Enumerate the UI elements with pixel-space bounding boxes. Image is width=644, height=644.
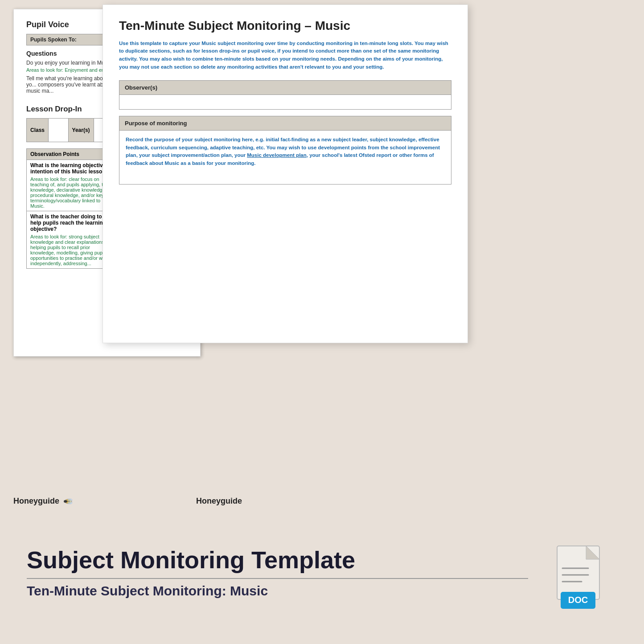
logos-row: Honeyguide Honeyguide [0,496,644,506]
logo-right-text: Honeyguide [196,496,242,506]
banner-main-title: Subject Monitoring Template [27,547,528,573]
banner-divider [27,578,528,579]
obs-q1: What is the learning objective / intenti… [30,162,111,175]
years-header: Year(s) [68,119,94,142]
obs-q1-areas: Areas to look for: clear focus on teachi… [30,176,111,209]
observers-header: Observer(s) [119,81,451,95]
front-doc: Ten-Minute Subject Monitoring – Music Us… [103,4,468,343]
doc-icon-area: DOC [546,533,617,613]
banner-text-area: Subject Monitoring Template Ten-Minute S… [27,547,528,598]
svg-point-2 [68,499,72,501]
svg-text:DOC: DOC [568,595,588,605]
purpose-box: Purpose of monitoring Record the purpose… [119,116,451,185]
banner-sub-title: Ten-Minute Subject Monitoring: Music [27,583,528,599]
front-intro-text: Use this template to capture your Music … [119,40,451,71]
logo-left: Honeyguide [0,496,98,506]
svg-point-3 [68,501,72,504]
obs-points-header: Observation Points [27,149,115,160]
doc-file-icon: DOC [553,544,611,613]
class-header: Class [27,119,49,142]
observers-box: Observer(s) [119,80,451,110]
purpose-header: Purpose of monitoring [119,116,451,131]
front-main-title: Ten-Minute Subject Monitoring – Music [119,18,451,33]
logo-left-bee-icon [62,497,74,506]
logo-right: Honeyguide [98,496,205,506]
obs-q2-areas: Areas to look for: strong subject knowle… [30,234,111,266]
svg-point-1 [64,500,67,503]
class-value [49,119,69,142]
obs-q2: What is the teacher doing to help pupils… [30,213,111,232]
logo-left-text: Honeyguide [13,496,59,506]
purpose-body: Record the purpose of your subject monit… [119,131,451,184]
bottom-banner: Subject Monitoring Template Ten-Minute S… [0,501,644,644]
